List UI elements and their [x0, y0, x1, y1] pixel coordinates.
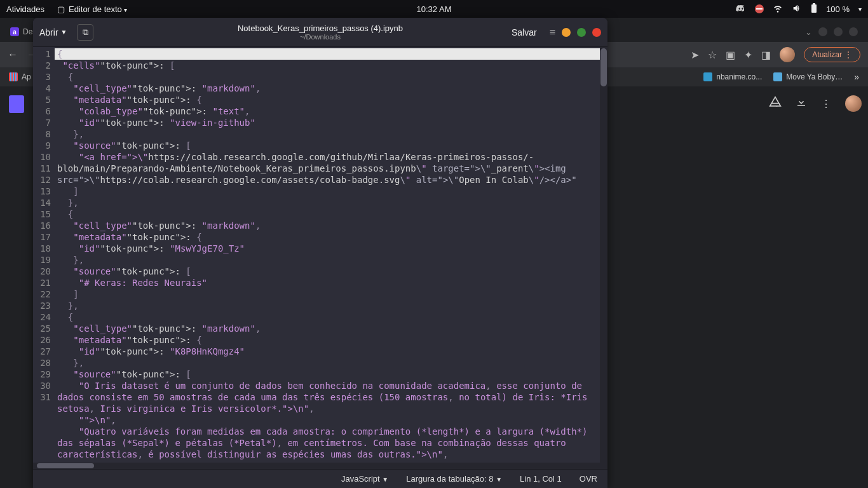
code-line: ] — [55, 186, 607, 197]
code-line: "id""tok-punc">: "view-in-github" — [55, 117, 607, 128]
code-line: }, — [55, 197, 607, 208]
code-line: }, — [55, 300, 607, 311]
bookmark-label: Move Ya Boby… — [786, 72, 843, 81]
code-line: "cell_type""tok-punc">: "markdown", — [55, 323, 607, 334]
chevron-down-icon: ▼ — [496, 476, 502, 483]
insert-mode[interactable]: OVR — [571, 474, 597, 484]
code-line: "">\n" — [55, 460, 607, 463]
code-line: "cell_type""tok-punc">: "markdown", — [55, 83, 607, 94]
open-button[interactable]: Abrir ▼ — [33, 24, 73, 41]
apps-bookmark[interactable]: Ap — [9, 72, 31, 81]
editor-title: Notebook_Keras_primeiros_passos (4).ipyn… — [238, 24, 403, 41]
window-maximize-dot[interactable] — [577, 28, 586, 37]
code-line: "cell_type""tok-punc">: "markdown", — [55, 220, 607, 231]
profile-avatar[interactable] — [780, 47, 795, 62]
colab-actionbar: ⋮ — [769, 95, 862, 112]
dock-document-icon[interactable] — [9, 95, 24, 113]
code-line: "cells""tok-punc">: [ — [55, 60, 607, 71]
bookmark-label: nbanime.co... — [716, 72, 762, 81]
send-icon[interactable]: ➤ — [691, 49, 699, 61]
code-line: { — [55, 48, 607, 60]
kebab-menu-icon: ⋮ — [844, 50, 852, 59]
code-line: }, — [55, 128, 607, 140]
code-line: "colab_type""tok-punc">: "text", — [55, 105, 607, 117]
favicon: a — [10, 27, 19, 36]
battery-percent: 100 % — [826, 4, 850, 14]
code-line: }, — [55, 254, 607, 266]
apps-icon — [9, 72, 18, 81]
code-line: "O Iris dataset é um conjunto de dados b… — [55, 380, 607, 414]
bookmark-star-icon[interactable]: ☆ — [708, 49, 717, 61]
tab-overflow-caret-icon[interactable]: ⌄ — [800, 27, 817, 37]
system-topbar: Atividades ▢ Editor de texto 10:32 AM 10… — [0, 0, 868, 18]
chevron-down-icon: ▼ — [382, 476, 388, 483]
drive-icon[interactable] — [769, 96, 782, 111]
code-line: "id""tok-punc">: "MswYJgE70_Tz" — [55, 243, 607, 254]
do-not-disturb-icon[interactable] — [755, 4, 764, 13]
tabwidth-selector[interactable]: Largura da tabulação: 8 ▼ — [397, 474, 511, 484]
text-editor-icon: ▢ — [57, 4, 65, 14]
window-minimize-dot[interactable] — [562, 28, 571, 37]
window-controls — [818, 27, 864, 36]
profile-avatar-small[interactable] — [845, 95, 862, 112]
update-chrome-button[interactable]: Atualizar ⋮ — [804, 47, 860, 62]
editor-statusbar: JavaScript ▼ Largura da tabulação: 8 ▼ L… — [33, 469, 607, 488]
vertical-scrollbar[interactable] — [600, 47, 607, 463]
new-document-icon: ⧉ — [83, 27, 88, 37]
window-maximize-button[interactable] — [834, 27, 843, 36]
save-button[interactable]: Salvar — [505, 24, 543, 41]
code-area[interactable]: { "cells""tok-punc">: [ { "cell_type""to… — [55, 47, 607, 463]
back-button[interactable]: ← — [8, 49, 18, 60]
line-number-gutter: 1234567891011121314151617181920212223242… — [33, 47, 55, 463]
tabwidth-label: Largura da tabulação: 8 — [406, 474, 493, 484]
bookmark-item[interactable]: nbanime.co... — [703, 72, 762, 81]
horizontal-scrollbar[interactable] — [33, 463, 607, 469]
battery-icon[interactable] — [811, 3, 817, 15]
code-line: "Quatro variáveis foram medidas em cada … — [55, 426, 607, 460]
system-menu-caret-icon[interactable]: ▾ — [858, 6, 862, 13]
wifi-icon[interactable] — [773, 3, 783, 15]
bookmark-item[interactable]: Move Ya Boby… — [773, 72, 843, 81]
dock — [9, 95, 24, 113]
globe-icon — [773, 72, 782, 81]
code-line: "metadata""tok-punc">: { — [55, 231, 607, 243]
chevron-down-icon: ▼ — [61, 29, 67, 36]
language-selector[interactable]: JavaScript ▼ — [332, 474, 397, 484]
activities-button[interactable]: Atividades — [6, 4, 44, 14]
svg-rect-1 — [813, 3, 815, 4]
reader-icon[interactable]: ▣ — [726, 49, 735, 61]
editor-filename: Notebook_Keras_primeiros_passos (4).ipyn… — [238, 24, 403, 33]
editor-body: 1234567891011121314151617181920212223242… — [33, 47, 607, 463]
code-line: "# Keras: Redes Neurais" — [55, 277, 607, 288]
hamburger-menu-icon[interactable]: ≡ — [550, 27, 555, 38]
code-line: "metadata""tok-punc">: { — [55, 334, 607, 346]
code-line: { — [55, 208, 607, 220]
bookmarks-overflow-icon[interactable]: » — [854, 72, 859, 82]
window-close-dot[interactable] — [592, 28, 601, 37]
download-icon[interactable] — [796, 97, 807, 111]
editor-filepath: ~/Downloads — [238, 33, 403, 41]
extensions-icon[interactable]: ✦ — [744, 49, 752, 61]
code-line: { — [55, 71, 607, 83]
code-line: "source""tok-punc">: [ — [55, 369, 607, 380]
language-label: JavaScript — [341, 474, 380, 484]
app-menu[interactable]: ▢ Editor de texto — [57, 4, 127, 14]
vertical-scroll-thumb[interactable] — [600, 48, 607, 86]
code-line: { — [55, 311, 607, 323]
code-line: "metadata""tok-punc">: { — [55, 94, 607, 105]
side-panel-icon[interactable]: ◨ — [761, 49, 771, 61]
window-close-button[interactable] — [849, 27, 858, 36]
clock[interactable]: 10:32 AM — [417, 4, 452, 14]
code-line: "id""tok-punc">: "K8P8HnKQmgz4" — [55, 346, 607, 357]
discord-tray-icon[interactable] — [736, 4, 746, 14]
code-line: "<a href=">\"https://colab.research.goog… — [55, 151, 607, 186]
volume-icon[interactable] — [792, 3, 802, 15]
text-editor-window: Abrir ▼ ⧉ Notebook_Keras_primeiros_passo… — [33, 18, 607, 488]
new-document-button[interactable]: ⧉ — [77, 24, 93, 41]
horizontal-scroll-thumb[interactable] — [37, 463, 94, 468]
app-menu-label: Editor de texto — [69, 4, 127, 14]
open-label: Abrir — [39, 27, 58, 37]
svg-rect-0 — [811, 4, 817, 13]
window-minimize-button[interactable] — [818, 27, 827, 36]
more-menu-icon[interactable]: ⋮ — [821, 98, 831, 110]
